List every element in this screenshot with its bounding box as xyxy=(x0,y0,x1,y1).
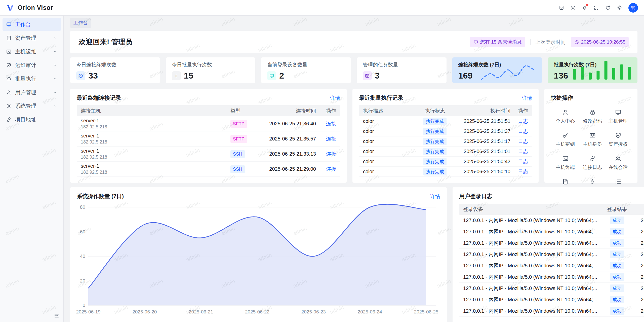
sidebar-item[interactable]: 运维审计 xyxy=(3,59,61,71)
stat-label: 今日连接终端次数 xyxy=(76,61,154,68)
sidebar-item-label: 项目地址 xyxy=(15,116,49,123)
terminal-records-detail-link[interactable]: 详情 xyxy=(330,95,340,101)
unread-messages-badge[interactable]: 您有 15 条未读消息 xyxy=(470,37,525,47)
column-header: 操作 xyxy=(316,108,336,114)
quick-action[interactable]: 主机管理 xyxy=(605,109,631,124)
log-link[interactable]: 日志 xyxy=(518,159,528,164)
refresh-button[interactable] xyxy=(603,3,613,13)
user-avatar[interactable]: 管 xyxy=(628,3,638,13)
sidebar: 工作台 资产管理 主机运维 运维审计 批量执行 xyxy=(0,16,64,322)
quick-action[interactable]: 在线会话 xyxy=(605,155,631,171)
notification-dot xyxy=(586,4,588,6)
column-header: 执行时间 xyxy=(455,108,510,114)
log-link[interactable]: 日志 xyxy=(518,128,528,134)
user-icon xyxy=(6,90,12,95)
connect-time: 2025-06-25 21:33:13 xyxy=(258,151,316,157)
log-link[interactable]: 日志 xyxy=(518,138,528,144)
system-ops-detail-link[interactable]: 详情 xyxy=(430,193,440,200)
table-row: color 执行完成 2025-06-25 21:51:51 日志 xyxy=(359,116,532,126)
column-header: 登录结果 xyxy=(601,206,633,213)
sidebar-item-label: 用户管理 xyxy=(15,89,49,96)
user-icon xyxy=(562,109,569,116)
stat-card: 今日连接终端次数 33 xyxy=(70,57,160,83)
table-header: 登录设备 登录结果 登录时间 xyxy=(459,204,644,215)
sidebar-item[interactable]: 资产管理 xyxy=(3,32,61,44)
svg-text:2025-06-21: 2025-06-21 xyxy=(189,309,213,314)
quick-action[interactable]: 资产授权 xyxy=(605,132,631,148)
sidebar-item[interactable]: 项目地址 xyxy=(3,113,61,126)
table-row: 127.0.0.1 - 内网IP - Mozilla/5.0 (Windows … xyxy=(459,237,644,249)
sidebar-item[interactable]: 工作台 xyxy=(3,18,61,31)
stat-card: 管理的任务数量 3 xyxy=(357,57,447,83)
host-ip: 182.92.5.218 xyxy=(81,155,230,160)
connect-link[interactable]: 连接 xyxy=(326,121,336,126)
notifications-button[interactable] xyxy=(580,3,590,13)
login-device: 127.0.0.1 - 内网IP - Mozilla/5.0 (Windows … xyxy=(463,251,601,258)
stat-label: 当前登录设备数量 xyxy=(267,61,345,68)
gear-icon xyxy=(6,103,12,109)
settings-button[interactable] xyxy=(614,3,624,13)
collapse-sidebar-button[interactable] xyxy=(54,313,59,318)
card-title: 快捷操作 xyxy=(551,94,573,102)
svg-text:2025-06-23: 2025-06-23 xyxy=(301,309,326,314)
exec-time: 2025-06-25 21:51:37 xyxy=(455,128,510,134)
connect-link[interactable]: 连接 xyxy=(326,136,336,141)
quick-action[interactable]: 修改密码 xyxy=(580,109,605,124)
log-link[interactable]: 日志 xyxy=(518,118,528,124)
exec-time: 2025-06-25 21:51:51 xyxy=(455,118,510,124)
quick-action[interactable]: 连接日志 xyxy=(580,155,605,171)
quick-action[interactable]: 主机身份 xyxy=(580,132,605,148)
logo-icon xyxy=(6,4,15,12)
svg-text:20: 20 xyxy=(80,278,85,283)
sidebar-item[interactable]: 系统管理 xyxy=(3,100,61,112)
list-icon xyxy=(615,178,622,185)
svg-text:60: 60 xyxy=(80,229,85,234)
svg-text:2025-06-20: 2025-06-20 xyxy=(132,309,157,314)
quick-action[interactable]: 个人中心 xyxy=(551,109,580,124)
quick-action[interactable]: 主机密钥 xyxy=(551,132,580,148)
sidebar-item[interactable]: 用户管理 xyxy=(3,86,61,99)
batch-records-card: 最近批量执行记录 详情 执行描述 执行状态 执行时间 操作 color 执行完成… xyxy=(352,89,539,183)
chevron-down-icon xyxy=(53,90,57,95)
shell: 工作台 资产管理 主机运维 运维审计 批量执行 xyxy=(0,16,644,322)
log-link[interactable]: 日志 xyxy=(518,169,528,174)
stat-card: 今日批量执行次数 {} 15 xyxy=(166,57,256,83)
sidebar-item[interactable]: 批量执行 xyxy=(3,73,61,85)
exec-status-tag: 执行完成 xyxy=(423,138,447,145)
table-body: server-1 182.92.5.218 SFTP 2025-06-25 21… xyxy=(77,116,340,177)
stat-label: 管理的任务数量 xyxy=(363,61,440,68)
sidebar-item-label: 运维审计 xyxy=(15,62,49,69)
chevron-down-icon xyxy=(53,77,57,81)
breadcrumb-item-workbench[interactable]: 工作台 xyxy=(70,18,91,28)
log-link[interactable]: 日志 xyxy=(518,149,528,154)
exec-status-tag: 执行完成 xyxy=(423,168,447,175)
table-row: 127.0.0.1 - 内网IP - Mozilla/5.0 (Windows … xyxy=(459,283,644,294)
card-title: 最近批量执行记录 xyxy=(359,94,403,102)
table-row: server-1 182.92.5.218 SSH 2025-06-25 21:… xyxy=(77,162,340,177)
login-time: 2025-06-25 19:26:55 xyxy=(633,218,644,223)
svg-text:0: 0 xyxy=(83,303,85,308)
login-time: 2025-03-22 01:01:31 xyxy=(633,285,644,291)
fullscreen-button[interactable] xyxy=(591,3,601,13)
connect-link[interactable]: 连接 xyxy=(326,166,336,172)
quick-action[interactable]: 主机终端 xyxy=(551,155,580,171)
sidebar-item[interactable]: 主机运维 xyxy=(3,45,61,58)
login-device: 127.0.0.1 - 内网IP - Mozilla/5.0 (Windows … xyxy=(463,296,601,303)
login-time: 2025-04-03 01:36:58 xyxy=(633,263,644,269)
login-time: 2025-03-21 23:53:43 xyxy=(633,308,644,314)
cloud-icon xyxy=(6,76,12,82)
quick-action-label: 资产授权 xyxy=(609,141,628,148)
login-device: 127.0.0.1 - 内网IP - Mozilla/5.0 (Windows … xyxy=(463,274,601,280)
login-result-tag: 成功 xyxy=(610,239,624,247)
exec-status-tag: 执行完成 xyxy=(423,158,447,165)
todo-check-button[interactable] xyxy=(556,3,567,13)
batch-records-detail-link[interactable]: 详情 xyxy=(522,95,532,101)
quick-actions-grid: 个人中心 修改密码 主机管理 主机密钥 主机身份 xyxy=(551,105,631,194)
quick-action-label: 主机终端 xyxy=(556,164,575,171)
protocol-tag: SSH xyxy=(230,150,245,158)
system-ops-chart-card: 系统操作数量 (7日) 详情 0204060802025-06-192025-0… xyxy=(70,187,447,322)
svg-text:40: 40 xyxy=(80,254,85,259)
connect-link[interactable]: 连接 xyxy=(326,151,336,157)
theme-toggle-button[interactable] xyxy=(568,3,578,13)
login-device: 127.0.0.1 - 内网IP - Mozilla/5.0 (Windows … xyxy=(463,285,601,292)
